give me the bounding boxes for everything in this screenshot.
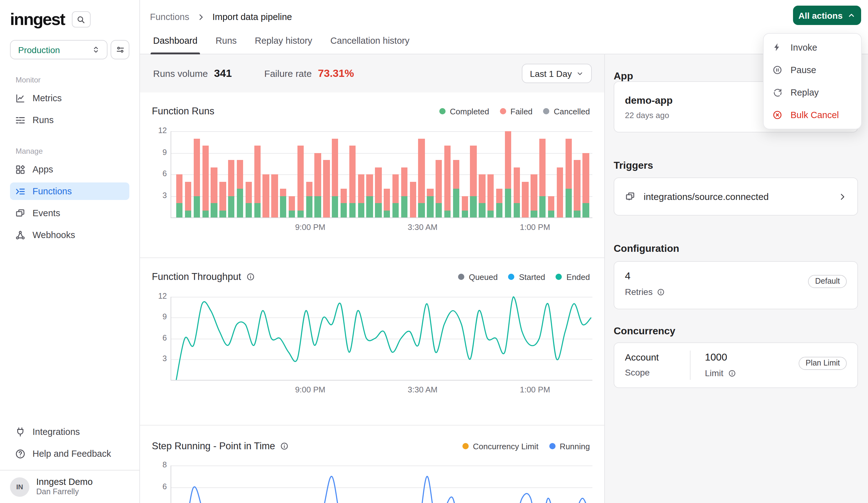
sidebar-item-events[interactable]: Events: [10, 204, 130, 222]
bar-column[interactable]: [496, 131, 503, 217]
bar-column[interactable]: [444, 131, 451, 217]
environment-settings-button[interactable]: [111, 40, 130, 59]
legend-item: Concurrency Limit: [463, 441, 539, 451]
bar-column[interactable]: [487, 131, 494, 217]
stat-failure-rate: Failure rate 73.31%: [264, 67, 354, 80]
time-range-select[interactable]: Last 1 Day: [522, 64, 592, 83]
all-actions-button[interactable]: All actions: [793, 6, 861, 25]
environment-selector[interactable]: Production: [10, 40, 107, 59]
bar-segment-failed: [436, 160, 442, 203]
account-menu[interactable]: IN Inngest Demo Dan Farrelly: [10, 477, 130, 497]
bar-column[interactable]: [470, 131, 477, 217]
bar-column[interactable]: [366, 131, 373, 217]
bar-segment-completed: [505, 189, 511, 217]
bar-column[interactable]: [410, 131, 416, 217]
bar-column[interactable]: [289, 131, 295, 217]
sidebar-item-webhooks[interactable]: Webhooks: [10, 226, 130, 244]
tab-dashboard[interactable]: Dashboard: [151, 35, 200, 54]
bar-column[interactable]: [280, 131, 287, 217]
bar-column[interactable]: [505, 131, 511, 217]
content: Runs volume 341 Failure rate 73.31% Last…: [140, 54, 868, 503]
legend-label: Ended: [567, 272, 590, 281]
bar-column[interactable]: [513, 131, 520, 217]
bar-segment-failed: [219, 182, 226, 210]
breadcrumb-functions[interactable]: Functions: [150, 12, 189, 22]
top-bar: Functions Import data pipeline Dashboard…: [140, 0, 868, 54]
sidebar-item-apps[interactable]: Apps: [10, 161, 130, 178]
sidebar-item-help[interactable]: Help and Feedback: [10, 445, 130, 462]
bar-segment-completed: [185, 210, 192, 217]
bar-segment-completed: [280, 196, 287, 217]
bar-column[interactable]: [314, 131, 321, 217]
menu-item-invoke[interactable]: Invoke: [764, 36, 861, 59]
bar-column[interactable]: [539, 131, 546, 217]
bar-column[interactable]: [436, 131, 442, 217]
bar-column[interactable]: [392, 131, 399, 217]
bar-column[interactable]: [211, 131, 217, 217]
bar-segment-failed: [530, 174, 537, 210]
menu-item-pause[interactable]: Pause: [764, 59, 861, 81]
bar-column[interactable]: [548, 131, 555, 217]
info-icon[interactable]: [280, 442, 289, 451]
bar-column[interactable]: [245, 131, 252, 217]
bar-segment-failed: [366, 174, 373, 196]
bar-column[interactable]: [418, 131, 425, 217]
info-icon[interactable]: [246, 273, 255, 281]
bar-column[interactable]: [565, 131, 572, 217]
bar-column[interactable]: [332, 131, 338, 217]
bar-column[interactable]: [202, 131, 209, 217]
bar-column[interactable]: [358, 131, 364, 217]
bar-column[interactable]: [263, 131, 269, 217]
info-icon[interactable]: [657, 288, 665, 296]
search-button[interactable]: [72, 11, 90, 28]
bar-column[interactable]: [462, 131, 468, 217]
bar-column[interactable]: [479, 131, 485, 217]
sidebar-item-runs[interactable]: Runs: [10, 111, 130, 129]
bar-column[interactable]: [427, 131, 433, 217]
bar-column[interactable]: [574, 131, 580, 217]
sidebar-item-integrations[interactable]: Integrations: [10, 423, 130, 441]
bar-segment-failed: [410, 182, 416, 217]
trigger-row[interactable]: integrations/source.connected: [614, 177, 858, 216]
bar-column[interactable]: [194, 131, 200, 217]
bar-column[interactable]: [237, 131, 244, 217]
bar-column[interactable]: [176, 131, 183, 217]
bar-column[interactable]: [375, 131, 382, 217]
menu-item-replay[interactable]: Replay: [764, 81, 861, 104]
tab-runs[interactable]: Runs: [213, 35, 239, 54]
bar-column[interactable]: [306, 131, 312, 217]
bar-column[interactable]: [341, 131, 347, 217]
bar-column[interactable]: [453, 131, 459, 217]
bar-segment-completed: [548, 210, 555, 217]
bar-column[interactable]: [185, 131, 192, 217]
tab-cancellation-history[interactable]: Cancellation history: [328, 35, 412, 54]
legend-label: Started: [519, 272, 545, 281]
legend-item: Cancelled: [543, 106, 590, 116]
stat-label: Runs volume: [153, 68, 208, 79]
bar-column[interactable]: [323, 131, 330, 217]
chart-legend: CompletedFailedCancelled: [439, 106, 590, 116]
info-icon[interactable]: [728, 369, 736, 377]
legend-label: Failed: [510, 106, 533, 116]
nav-group-monitor: Monitor: [16, 75, 130, 84]
chart-legend: QueuedStartedEnded: [458, 272, 590, 281]
menu-item-bulk-cancel[interactable]: Bulk Cancel: [764, 104, 861, 126]
bar-column[interactable]: [219, 131, 226, 217]
bar-column[interactable]: [254, 131, 261, 217]
x-axis-label: 9:00 PM: [282, 385, 338, 394]
bar-column[interactable]: [228, 131, 235, 217]
bar-column[interactable]: [384, 131, 390, 217]
bar-column[interactable]: [401, 131, 407, 217]
bar-column[interactable]: [271, 131, 278, 217]
bar-column[interactable]: [557, 131, 563, 217]
bar-column[interactable]: [349, 131, 355, 217]
bar-column[interactable]: [582, 131, 589, 217]
sidebar-item-functions[interactable]: Functions: [10, 183, 130, 200]
bar-segment-completed: [462, 210, 468, 217]
tab-replay-history[interactable]: Replay history: [252, 35, 315, 54]
bar-column[interactable]: [297, 131, 304, 217]
bar-column[interactable]: [530, 131, 537, 217]
sidebar-item-metrics[interactable]: Metrics: [10, 89, 130, 107]
bar-column[interactable]: [522, 131, 529, 217]
bar-segment-completed: [513, 203, 520, 217]
